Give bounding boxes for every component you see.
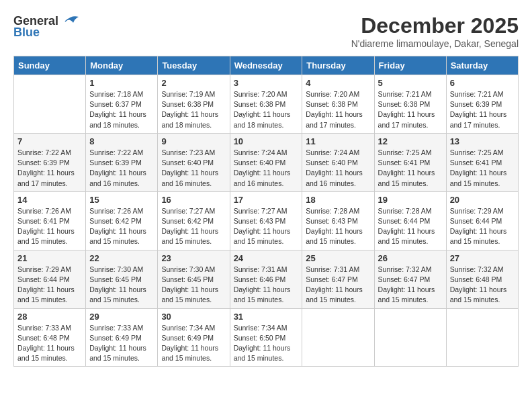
calendar-week-row: 7Sunrise: 7:22 AMSunset: 6:39 PMDaylight… bbox=[14, 133, 519, 191]
calendar-cell: 31Sunrise: 7:34 AMSunset: 6:50 PMDayligh… bbox=[230, 308, 302, 367]
calendar-cell: 22Sunrise: 7:30 AMSunset: 6:45 PMDayligh… bbox=[86, 250, 158, 308]
calendar-cell: 8Sunrise: 7:22 AMSunset: 6:39 PMDaylight… bbox=[86, 133, 158, 191]
calendar-cell: 12Sunrise: 7:25 AMSunset: 6:41 PMDayligh… bbox=[374, 133, 446, 191]
day-info: Sunrise: 7:26 AMSunset: 6:42 PMDaylight:… bbox=[89, 206, 154, 247]
day-info: Sunrise: 7:23 AMSunset: 6:40 PMDaylight:… bbox=[161, 148, 226, 189]
day-info: Sunrise: 7:19 AMSunset: 6:38 PMDaylight:… bbox=[161, 89, 226, 130]
calendar-cell: 28Sunrise: 7:33 AMSunset: 6:48 PMDayligh… bbox=[14, 308, 86, 367]
day-number: 22 bbox=[89, 253, 154, 263]
calendar-cell: 4Sunrise: 7:20 AMSunset: 6:38 PMDaylight… bbox=[302, 75, 374, 134]
day-info: Sunrise: 7:25 AMSunset: 6:41 PMDaylight:… bbox=[450, 148, 515, 189]
day-info: Sunrise: 7:21 AMSunset: 6:38 PMDaylight:… bbox=[378, 89, 443, 130]
calendar-cell bbox=[14, 75, 86, 134]
day-number: 25 bbox=[306, 253, 370, 263]
calendar-header-row: SundayMondayTuesdayWednesdayThursdayFrid… bbox=[14, 56, 519, 75]
calendar-cell: 15Sunrise: 7:26 AMSunset: 6:42 PMDayligh… bbox=[86, 191, 158, 250]
day-info: Sunrise: 7:33 AMSunset: 6:48 PMDaylight:… bbox=[17, 323, 82, 364]
day-info: Sunrise: 7:20 AMSunset: 6:38 PMDaylight:… bbox=[306, 89, 370, 130]
day-info: Sunrise: 7:18 AMSunset: 6:37 PMDaylight:… bbox=[89, 89, 154, 130]
calendar-cell: 20Sunrise: 7:29 AMSunset: 6:44 PMDayligh… bbox=[446, 191, 518, 250]
logo-blue-text: Blue bbox=[13, 26, 40, 40]
day-number: 15 bbox=[89, 195, 154, 205]
day-number: 26 bbox=[378, 253, 443, 263]
day-info: Sunrise: 7:27 AMSunset: 6:42 PMDaylight:… bbox=[161, 206, 226, 247]
calendar: SundayMondayTuesdayWednesdayThursdayFrid… bbox=[13, 56, 519, 367]
calendar-cell: 25Sunrise: 7:31 AMSunset: 6:47 PMDayligh… bbox=[302, 250, 374, 308]
day-info: Sunrise: 7:24 AMSunset: 6:40 PMDaylight:… bbox=[306, 148, 370, 189]
day-info: Sunrise: 7:32 AMSunset: 6:47 PMDaylight:… bbox=[378, 265, 443, 306]
day-number: 23 bbox=[161, 253, 226, 263]
day-number: 17 bbox=[234, 195, 299, 205]
calendar-cell: 16Sunrise: 7:27 AMSunset: 6:42 PMDayligh… bbox=[158, 191, 230, 250]
day-number: 2 bbox=[161, 78, 226, 88]
day-info: Sunrise: 7:29 AMSunset: 6:44 PMDaylight:… bbox=[17, 265, 82, 306]
calendar-cell: 2Sunrise: 7:19 AMSunset: 6:38 PMDaylight… bbox=[158, 75, 230, 134]
day-number: 24 bbox=[234, 253, 299, 263]
day-number: 11 bbox=[306, 136, 370, 146]
day-info: Sunrise: 7:33 AMSunset: 6:49 PMDaylight:… bbox=[89, 323, 154, 364]
calendar-cell bbox=[446, 308, 518, 367]
calendar-cell: 13Sunrise: 7:25 AMSunset: 6:41 PMDayligh… bbox=[446, 133, 518, 191]
day-number: 6 bbox=[450, 78, 515, 88]
day-number: 27 bbox=[450, 253, 515, 263]
header-thursday: Thursday bbox=[302, 56, 374, 75]
day-info: Sunrise: 7:27 AMSunset: 6:43 PMDaylight:… bbox=[234, 206, 299, 247]
day-info: Sunrise: 7:22 AMSunset: 6:39 PMDaylight:… bbox=[17, 148, 82, 189]
day-info: Sunrise: 7:30 AMSunset: 6:45 PMDaylight:… bbox=[161, 265, 226, 306]
day-info: Sunrise: 7:31 AMSunset: 6:46 PMDaylight:… bbox=[234, 265, 299, 306]
day-info: Sunrise: 7:21 AMSunset: 6:39 PMDaylight:… bbox=[450, 89, 515, 130]
header-friday: Friday bbox=[374, 56, 446, 75]
day-info: Sunrise: 7:24 AMSunset: 6:40 PMDaylight:… bbox=[234, 148, 299, 189]
calendar-cell: 17Sunrise: 7:27 AMSunset: 6:43 PMDayligh… bbox=[230, 191, 302, 250]
header-sunday: Sunday bbox=[14, 56, 86, 75]
calendar-cell bbox=[302, 308, 374, 367]
day-info: Sunrise: 7:34 AMSunset: 6:50 PMDaylight:… bbox=[234, 323, 299, 364]
day-info: Sunrise: 7:20 AMSunset: 6:38 PMDaylight:… bbox=[234, 89, 299, 130]
day-number: 29 bbox=[89, 312, 154, 322]
location-title: N'diareme limamoulaye, Dakar, Senegal bbox=[351, 38, 519, 49]
calendar-cell: 19Sunrise: 7:28 AMSunset: 6:44 PMDayligh… bbox=[374, 191, 446, 250]
calendar-cell: 21Sunrise: 7:29 AMSunset: 6:44 PMDayligh… bbox=[14, 250, 86, 308]
day-number: 1 bbox=[89, 78, 154, 88]
calendar-week-row: 28Sunrise: 7:33 AMSunset: 6:48 PMDayligh… bbox=[14, 308, 519, 367]
day-number: 4 bbox=[306, 78, 370, 88]
logo-bird-icon bbox=[60, 13, 80, 28]
calendar-cell: 7Sunrise: 7:22 AMSunset: 6:39 PMDaylight… bbox=[14, 133, 86, 191]
calendar-cell: 18Sunrise: 7:28 AMSunset: 6:43 PMDayligh… bbox=[302, 191, 374, 250]
calendar-cell: 1Sunrise: 7:18 AMSunset: 6:37 PMDaylight… bbox=[86, 75, 158, 134]
day-info: Sunrise: 7:28 AMSunset: 6:43 PMDaylight:… bbox=[306, 206, 370, 247]
day-number: 8 bbox=[89, 136, 154, 146]
header-saturday: Saturday bbox=[446, 56, 518, 75]
title-area: December 2025 N'diareme limamoulaye, Dak… bbox=[351, 13, 519, 49]
day-number: 28 bbox=[17, 312, 82, 322]
calendar-cell: 10Sunrise: 7:24 AMSunset: 6:40 PMDayligh… bbox=[230, 133, 302, 191]
day-number: 12 bbox=[378, 136, 443, 146]
calendar-cell: 29Sunrise: 7:33 AMSunset: 6:49 PMDayligh… bbox=[86, 308, 158, 367]
header-wednesday: Wednesday bbox=[230, 56, 302, 75]
calendar-cell: 27Sunrise: 7:32 AMSunset: 6:48 PMDayligh… bbox=[446, 250, 518, 308]
day-number: 20 bbox=[450, 195, 515, 205]
day-number: 9 bbox=[161, 136, 226, 146]
header-monday: Monday bbox=[86, 56, 158, 75]
calendar-cell: 26Sunrise: 7:32 AMSunset: 6:47 PMDayligh… bbox=[374, 250, 446, 308]
day-number: 18 bbox=[306, 195, 370, 205]
header-tuesday: Tuesday bbox=[158, 56, 230, 75]
day-number: 16 bbox=[161, 195, 226, 205]
calendar-week-row: 14Sunrise: 7:26 AMSunset: 6:41 PMDayligh… bbox=[14, 191, 519, 250]
logo: General Blue bbox=[13, 13, 80, 40]
day-number: 7 bbox=[17, 136, 82, 146]
day-number: 21 bbox=[17, 253, 82, 263]
calendar-cell: 6Sunrise: 7:21 AMSunset: 6:39 PMDaylight… bbox=[446, 75, 518, 134]
day-info: Sunrise: 7:29 AMSunset: 6:44 PMDaylight:… bbox=[450, 206, 515, 247]
month-title: December 2025 bbox=[351, 13, 519, 38]
day-number: 10 bbox=[234, 136, 299, 146]
calendar-cell: 14Sunrise: 7:26 AMSunset: 6:41 PMDayligh… bbox=[14, 191, 86, 250]
calendar-cell: 9Sunrise: 7:23 AMSunset: 6:40 PMDaylight… bbox=[158, 133, 230, 191]
day-info: Sunrise: 7:34 AMSunset: 6:49 PMDaylight:… bbox=[161, 323, 226, 364]
calendar-week-row: 21Sunrise: 7:29 AMSunset: 6:44 PMDayligh… bbox=[14, 250, 519, 308]
day-number: 5 bbox=[378, 78, 443, 88]
day-number: 30 bbox=[161, 312, 226, 322]
calendar-cell: 11Sunrise: 7:24 AMSunset: 6:40 PMDayligh… bbox=[302, 133, 374, 191]
day-number: 13 bbox=[450, 136, 515, 146]
calendar-week-row: 1Sunrise: 7:18 AMSunset: 6:37 PMDaylight… bbox=[14, 75, 519, 134]
